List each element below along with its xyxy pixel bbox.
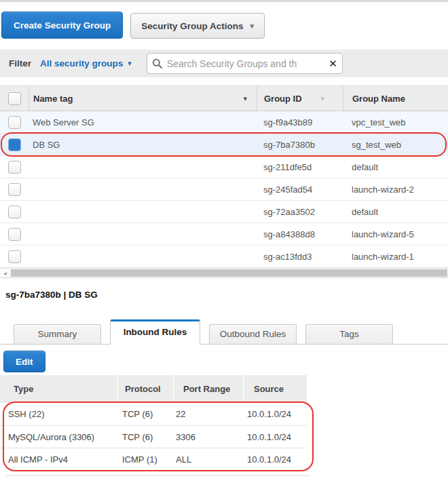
table-row[interactable]: Web Server SGsg-f9a43b89vpc_test_web: [0, 111, 448, 134]
cell-group-id: sg-ac13fdd3: [257, 252, 343, 262]
row-checkbox-cell: [0, 201, 29, 222]
rules-column-header-type: Type: [0, 375, 117, 403]
detail-tabs: SummaryInbound RulesOutbound RulesTags: [0, 319, 448, 345]
search-icon: [152, 58, 163, 69]
row-checkbox-cell: [0, 111, 29, 133]
column-header-group-id-label: Group ID: [264, 94, 302, 104]
cell-group-name: launch-wizard-1: [343, 252, 448, 262]
rule-cell-source: 10.0.1.0/24: [243, 454, 307, 465]
cell-name-tag: DB SG: [29, 140, 257, 150]
row-checkbox[interactable]: [8, 183, 21, 196]
cell-group-id: sg-f9a43b89: [257, 117, 343, 128]
rule-row: MySQL/Aurora (3306)TCP (6)330610.0.1.0/2…: [0, 425, 307, 448]
filter-scope-label: All security groups: [40, 58, 123, 69]
cell-group-id: sg-211dfe5d: [257, 162, 343, 172]
security-groups-rows: Web Server SGsg-f9a43b89vpc_test_webDB S…: [0, 111, 448, 268]
inbound-rules-rows: SSH (22)TCP (6)2210.0.1.0/24MySQL/Aurora…: [0, 403, 307, 470]
cell-group-name: default: [343, 207, 448, 217]
horizontal-scrollbar[interactable]: ◂: [0, 268, 448, 278]
table-row[interactable]: sg-245fad54launch-wizard-2: [0, 178, 448, 201]
row-checkbox[interactable]: [8, 206, 21, 218]
cell-group-name: default: [343, 162, 448, 172]
create-security-group-button[interactable]: Create Security Group: [1, 12, 123, 39]
row-checkbox-cell: [0, 178, 29, 200]
chevron-down-icon: ▾: [250, 22, 255, 30]
cell-group-name: vpc_test_web: [343, 117, 448, 128]
column-menu-caret-icon[interactable]: ▾: [243, 94, 247, 103]
security-group-actions-button[interactable]: Security Group Actions ▾: [130, 13, 265, 39]
rules-column-header-source: Source: [243, 375, 307, 403]
rule-row: SSH (22)TCP (6)2210.0.1.0/24: [0, 403, 307, 425]
row-checkbox-cell: [0, 134, 29, 155]
cell-group-id: sg-7ba7380b: [257, 140, 343, 150]
table-row[interactable]: sg-a84388d8launch-wizard-5: [0, 223, 448, 246]
column-header-name-tag-label: Name tag: [33, 94, 73, 104]
actions-button-label: Security Group Actions: [141, 21, 243, 31]
tab-tags[interactable]: Tags: [305, 324, 393, 344]
cell-name-tag: Web Server SG: [29, 117, 257, 128]
filter-scope-dropdown[interactable]: All security groups ▾: [40, 58, 132, 69]
column-header-group-name-label: Group Name: [352, 94, 405, 104]
cell-group-id: sg-a84388d8: [257, 229, 343, 239]
rule-cell-protocol: TCP (6): [117, 432, 173, 442]
rules-footer-divider: [5, 475, 310, 476]
rule-cell-source: 10.0.1.0/24: [243, 432, 307, 442]
rule-cell-type: MySQL/Aurora (3306): [0, 432, 117, 442]
rule-cell-type: SSH (22): [0, 409, 117, 419]
table-row[interactable]: sg-211dfe5ddefault: [0, 156, 448, 178]
rule-cell-port-range: 3306: [173, 432, 243, 442]
cell-group-name: launch-wizard-5: [343, 229, 448, 239]
row-checkbox-cell: [0, 223, 29, 245]
column-header-group-name[interactable]: Group Name: [343, 86, 448, 111]
tab-outbound-rules[interactable]: Outbound Rules: [209, 324, 297, 344]
rules-column-header-protocol: Protocol: [117, 375, 173, 403]
table-row[interactable]: sg-ac13fdd3launch-wizard-1: [0, 246, 448, 268]
rules-column-header-port-range: Port Range: [173, 375, 243, 403]
column-header-name-tag[interactable]: Name tag ▾: [29, 86, 257, 111]
security-groups-table: Name tag ▾ Group ID ▾ Group Name Web Ser…: [0, 85, 448, 268]
tab-summary[interactable]: Summary: [14, 324, 101, 344]
top-divider: [0, 0, 448, 2]
rule-cell-source: 10.0.1.0/24: [243, 409, 307, 419]
filter-bar: Filter All security groups ▾ ✕: [0, 50, 448, 77]
cell-group-name: sg_test_web: [343, 140, 448, 150]
row-checkbox[interactable]: [8, 116, 21, 129]
edit-button[interactable]: Edit: [3, 351, 45, 372]
cell-group-id: sg-72aa3502: [257, 207, 343, 217]
table-row[interactable]: sg-72aa3502default: [0, 201, 448, 223]
filter-label: Filter: [9, 58, 31, 69]
table-row[interactable]: DB SGsg-7ba7380bsg_test_web: [0, 134, 448, 156]
scroll-left-arrow-icon[interactable]: ◂: [0, 269, 10, 277]
column-header-group-id[interactable]: Group ID ▾: [257, 86, 343, 111]
sort-caret-icon[interactable]: ▾: [321, 94, 325, 103]
search-box: ✕: [147, 53, 343, 74]
row-checkbox[interactable]: [8, 228, 21, 241]
rule-row: All ICMP - IPv4ICMP (1)ALL10.0.1.0/24: [0, 448, 307, 470]
toolbar: Create Security Group Security Group Act…: [1, 12, 448, 39]
rule-cell-type: All ICMP - IPv4: [0, 454, 117, 465]
cell-group-id: sg-245fad54: [257, 184, 343, 195]
rule-cell-protocol: ICMP (1): [117, 454, 173, 465]
security-groups-table-header: Name tag ▾ Group ID ▾ Group Name: [0, 85, 448, 111]
row-checkbox[interactable]: [8, 138, 21, 151]
inbound-rules-table: Type Protocol Port Range Source SSH (22)…: [0, 375, 307, 476]
rule-cell-protocol: TCP (6): [117, 409, 173, 419]
selected-group-heading: sg-7ba7380b | DB SG: [5, 290, 448, 303]
row-checkbox[interactable]: [8, 250, 21, 263]
search-input[interactable]: [167, 58, 329, 69]
rule-cell-port-range: ALL: [173, 454, 243, 465]
row-checkbox-cell: [0, 246, 29, 267]
rule-cell-port-range: 22: [173, 409, 243, 419]
row-checkbox[interactable]: [8, 161, 21, 174]
select-all-checkbox[interactable]: [8, 92, 21, 105]
clear-search-icon[interactable]: ✕: [329, 58, 337, 69]
chevron-down-icon: ▾: [128, 60, 132, 67]
row-checkbox-cell: [0, 156, 29, 178]
scrollbar-thumb[interactable]: [11, 269, 447, 277]
inbound-rules-table-header: Type Protocol Port Range Source: [0, 375, 307, 403]
tab-inbound-rules[interactable]: Inbound Rules: [110, 319, 200, 345]
cell-group-name: launch-wizard-2: [343, 184, 448, 195]
select-all-checkbox-cell: [0, 86, 29, 111]
